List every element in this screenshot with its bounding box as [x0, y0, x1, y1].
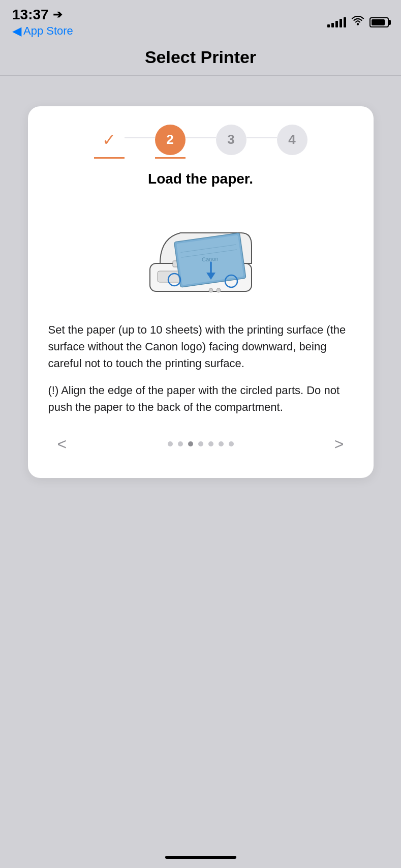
connector-2-3 — [186, 137, 216, 138]
status-left: 13:37 ➔ ◀ App Store — [12, 7, 73, 38]
nav-bar: Select Printer — [0, 41, 401, 76]
step-1: ✓ — [94, 125, 125, 159]
signal-bar-4 — [340, 19, 342, 27]
step-2-label: 2 — [166, 132, 173, 147]
back-chevron-icon: ◀ — [12, 24, 21, 38]
next-button[interactable]: > — [330, 431, 348, 458]
back-label: App Store — [23, 24, 73, 38]
page-title: Select Printer — [145, 47, 256, 67]
step-1-underline — [94, 157, 125, 159]
printer-svg: Canon — [130, 197, 272, 309]
prev-button[interactable]: < — [53, 431, 71, 458]
dot-3 — [188, 441, 193, 446]
dot-5 — [208, 441, 213, 446]
signal-bar-2 — [331, 23, 334, 27]
connector-1-2 — [125, 137, 155, 138]
svg-text:Canon: Canon — [201, 255, 218, 262]
step-4-circle: 4 — [277, 125, 307, 155]
instruction-text-2: (!) Align the edge of the paper with the… — [48, 382, 353, 415]
signal-bar-1 — [327, 24, 330, 27]
pagination: < > — [48, 431, 353, 458]
step-3-label: 3 — [227, 132, 234, 147]
location-icon: ➔ — [53, 9, 62, 21]
connector-3-4 — [246, 137, 277, 138]
step-4: 4 — [277, 125, 307, 159]
instruction-card: ✓ 2 3 — [28, 106, 374, 478]
step-3-circle: 3 — [216, 125, 246, 155]
dot-6 — [219, 441, 224, 446]
back-nav[interactable]: ◀ App Store — [12, 24, 73, 38]
dot-2 — [178, 441, 183, 446]
time-display: 13:37 — [12, 7, 49, 23]
main-content: ✓ 2 3 — [0, 76, 401, 498]
step-4-label: 4 — [288, 132, 295, 147]
svg-point-16 — [209, 288, 213, 292]
checkmark-icon: ✓ — [102, 130, 116, 149]
signal-bars-icon — [327, 17, 346, 27]
status-bar: 13:37 ➔ ◀ App Store — [0, 0, 401, 41]
instruction-title: Load the paper. — [48, 171, 353, 187]
steps-header: ✓ 2 3 — [48, 125, 353, 159]
step-2: 2 — [155, 125, 186, 159]
step-4-underline — [277, 157, 307, 159]
signal-bar-5 — [344, 17, 346, 27]
step-2-underline — [155, 157, 186, 159]
step-2-circle: 2 — [155, 125, 186, 155]
signal-bar-3 — [335, 21, 338, 27]
home-indicator — [165, 856, 236, 859]
svg-point-17 — [217, 288, 221, 292]
wifi-icon — [351, 16, 364, 29]
step-3-underline — [216, 157, 246, 159]
battery-fill — [372, 19, 385, 25]
instruction-text-1: Set the paper (up to 10 sheets) with the… — [48, 321, 353, 372]
page-dots — [168, 441, 234, 446]
status-right — [327, 16, 389, 29]
battery-icon — [369, 17, 389, 27]
dot-4 — [198, 441, 203, 446]
dot-1 — [168, 441, 173, 446]
svg-point-0 — [357, 23, 359, 25]
dot-7 — [229, 441, 234, 446]
status-time: 13:37 ➔ — [12, 7, 73, 23]
step-1-circle: ✓ — [94, 125, 125, 155]
step-3: 3 — [216, 125, 246, 159]
printer-illustration: Canon — [48, 197, 353, 309]
